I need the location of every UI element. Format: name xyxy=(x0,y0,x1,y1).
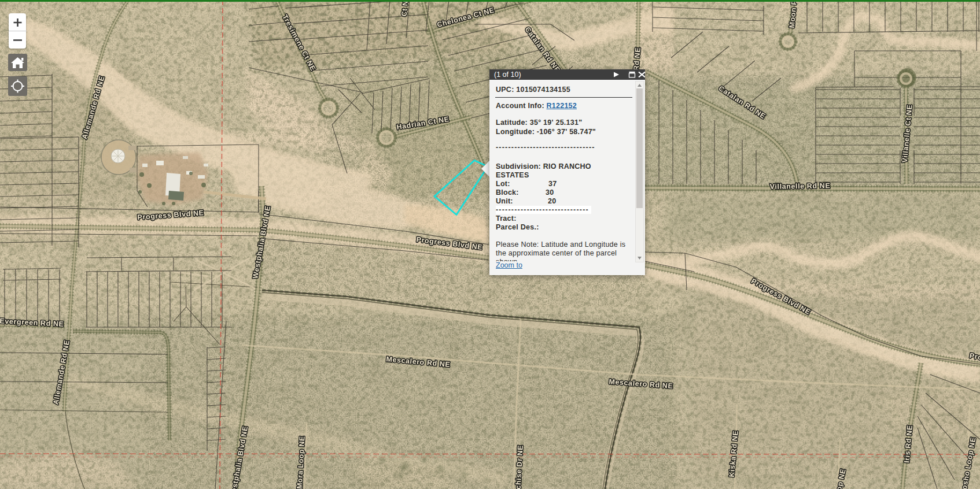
svg-text:Villanelle Rd NE: Villanelle Rd NE xyxy=(770,181,831,191)
